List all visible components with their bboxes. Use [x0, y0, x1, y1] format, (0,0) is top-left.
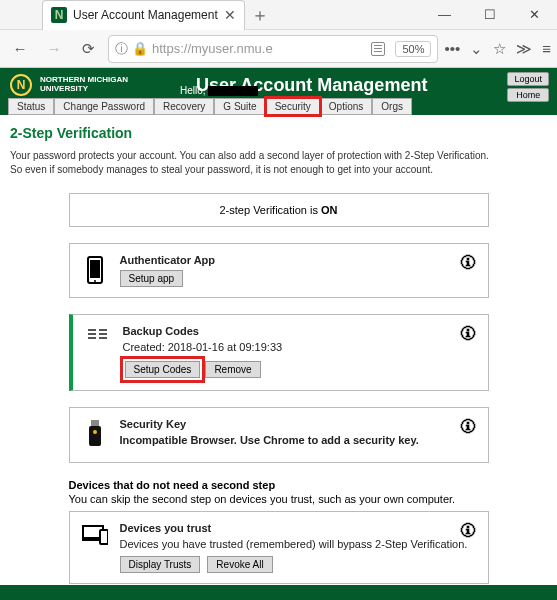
- tab-security[interactable]: Security: [266, 98, 320, 115]
- info-icon[interactable]: 🛈: [460, 522, 476, 540]
- auth-title: Authenticator App: [120, 254, 476, 266]
- intro-text: Your password protects your account. You…: [10, 149, 547, 177]
- address-bar[interactable]: ⓘ 🔒 https://myuser.nmu.e 50%: [108, 35, 438, 63]
- laptop-phone-icon: [82, 522, 108, 546]
- status-line: 2-step Verification is ON: [220, 204, 338, 216]
- page-title: 2-Step Verification: [10, 125, 547, 141]
- home-button[interactable]: Home: [507, 88, 549, 102]
- username-redacted: [208, 86, 258, 96]
- svg-rect-10: [89, 426, 101, 446]
- svg-rect-5: [88, 337, 96, 339]
- status-value: ON: [321, 204, 338, 216]
- tab-change-password[interactable]: Change Password: [54, 98, 154, 115]
- svg-rect-1: [90, 260, 100, 278]
- more-icon[interactable]: •••: [444, 40, 460, 57]
- svg-rect-8: [99, 337, 107, 339]
- codes-icon: [85, 325, 111, 349]
- svg-point-2: [94, 280, 96, 282]
- setup-codes-highlight: Setup Codes: [123, 359, 203, 380]
- close-tab-icon[interactable]: ✕: [224, 7, 236, 23]
- trust-title: Devices you trust: [120, 522, 476, 534]
- backup-codes-card: Backup Codes Created: 2018-01-16 at 09:1…: [69, 314, 489, 391]
- trust-msg: Devices you have trusted (remembered) wi…: [120, 538, 476, 550]
- svg-rect-14: [100, 530, 108, 544]
- tab-status[interactable]: Status: [8, 98, 54, 115]
- bookmark-icon[interactable]: ☆: [493, 40, 506, 58]
- logout-button[interactable]: Logout: [507, 72, 549, 86]
- tab-title: User Account Management: [73, 8, 218, 22]
- browser-tab[interactable]: N User Account Management ✕: [42, 0, 245, 30]
- svg-rect-6: [99, 329, 107, 331]
- tab-gsuite[interactable]: G Suite: [214, 98, 265, 115]
- codes-title: Backup Codes: [123, 325, 476, 337]
- revoke-all-button[interactable]: Revoke All: [207, 556, 272, 573]
- remove-codes-button[interactable]: Remove: [205, 361, 260, 378]
- key-title: Security Key: [120, 418, 476, 430]
- window-maximize-button[interactable]: ☐: [467, 0, 512, 30]
- forward-button: →: [40, 35, 68, 63]
- window-close-button[interactable]: ✕: [512, 0, 557, 30]
- window-titlebar: N User Account Management ✕ ＋ — ☐ ✕: [0, 0, 557, 30]
- nav-tabs: Status Change Password Recovery G Suite …: [0, 98, 557, 115]
- pocket-icon[interactable]: ⌄: [470, 40, 483, 58]
- tab-orgs[interactable]: Orgs: [372, 98, 412, 115]
- url-text: https://myuser.nmu.e: [152, 41, 273, 56]
- tab-recovery[interactable]: Recovery: [154, 98, 214, 115]
- setup-codes-button[interactable]: Setup Codes: [125, 361, 201, 378]
- university-logo-icon: N: [10, 74, 32, 96]
- tab-options[interactable]: Options: [320, 98, 372, 115]
- overflow-icon[interactable]: ≫: [516, 40, 532, 58]
- security-key-card: Security Key Incompatible Browser. Use C…: [69, 407, 489, 463]
- reload-button[interactable]: ⟳: [74, 35, 102, 63]
- reader-mode-icon[interactable]: [371, 42, 385, 56]
- svg-rect-7: [99, 333, 107, 335]
- info-icon[interactable]: 🛈: [460, 418, 476, 436]
- new-tab-button[interactable]: ＋: [251, 3, 269, 27]
- content-area: 2-Step Verification Your password protec…: [0, 115, 557, 585]
- svg-rect-9: [91, 420, 99, 426]
- trusted-devices-card: Devices you trust Devices you have trust…: [69, 511, 489, 584]
- key-msg: Incompatible Browser. Use Chrome to add …: [120, 434, 476, 446]
- devices-heading: Devices that do not need a second step Y…: [69, 479, 489, 505]
- phone-icon: [82, 254, 108, 284]
- menu-icon[interactable]: ≡: [542, 40, 551, 57]
- browser-toolbar: ← → ⟳ ⓘ 🔒 https://myuser.nmu.e 50% ••• ⌄…: [0, 30, 557, 68]
- page-root: N NORTHERN MICHIGAN UNIVERSITY User Acco…: [0, 68, 557, 600]
- favicon: N: [51, 7, 67, 23]
- authenticator-card: Authenticator App Setup app 🛈: [69, 243, 489, 298]
- svg-point-11: [93, 430, 97, 434]
- info-icon[interactable]: 🛈: [460, 254, 476, 272]
- zoom-level[interactable]: 50%: [395, 41, 431, 57]
- hello-user: Hello,: [180, 85, 258, 96]
- codes-created: Created: 2018-01-16 at 09:19:33: [123, 341, 476, 353]
- site-info-icon[interactable]: ⓘ: [115, 40, 128, 58]
- svg-rect-3: [88, 329, 96, 331]
- lock-icon: 🔒: [132, 41, 148, 56]
- auth-setup-button[interactable]: Setup app: [120, 270, 184, 287]
- back-button[interactable]: ←: [6, 35, 34, 63]
- display-trusts-button[interactable]: Display Trusts: [120, 556, 201, 573]
- usb-key-icon: [82, 418, 108, 448]
- status-card: 2-step Verification is ON: [69, 193, 489, 227]
- page-header: N NORTHERN MICHIGAN UNIVERSITY User Acco…: [0, 68, 557, 98]
- svg-rect-4: [88, 333, 96, 335]
- university-name: NORTHERN MICHIGAN UNIVERSITY: [40, 76, 128, 94]
- window-minimize-button[interactable]: —: [422, 0, 467, 30]
- info-icon[interactable]: 🛈: [460, 325, 476, 343]
